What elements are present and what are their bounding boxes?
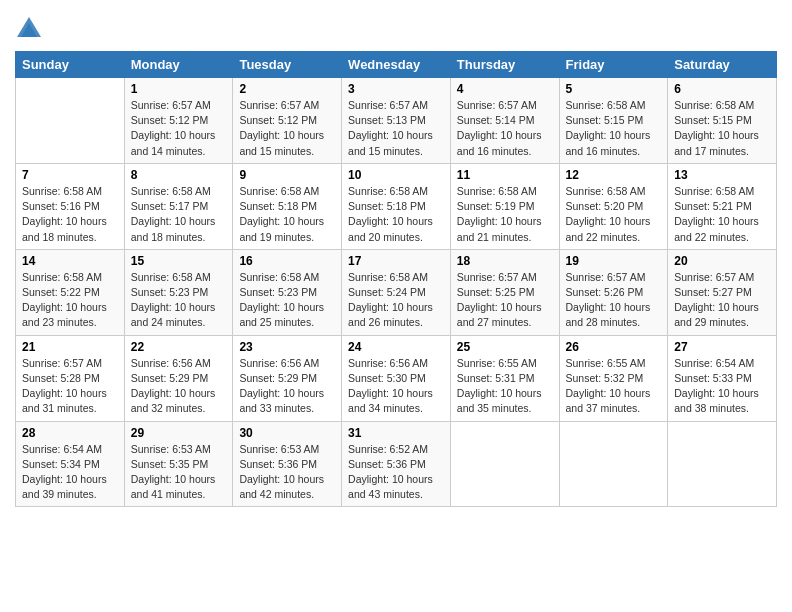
calendar-cell: 14Sunrise: 6:58 AMSunset: 5:22 PMDayligh…: [16, 249, 125, 335]
day-info: Sunrise: 6:56 AMSunset: 5:30 PMDaylight:…: [348, 356, 444, 417]
day-info: Sunrise: 6:54 AMSunset: 5:34 PMDaylight:…: [22, 442, 118, 503]
calendar-cell: 24Sunrise: 6:56 AMSunset: 5:30 PMDayligh…: [342, 335, 451, 421]
day-header-friday: Friday: [559, 52, 668, 78]
calendar-cell: 6Sunrise: 6:58 AMSunset: 5:15 PMDaylight…: [668, 78, 777, 164]
calendar-cell: 21Sunrise: 6:57 AMSunset: 5:28 PMDayligh…: [16, 335, 125, 421]
calendar-cell: 26Sunrise: 6:55 AMSunset: 5:32 PMDayligh…: [559, 335, 668, 421]
header: [15, 10, 777, 43]
week-row-0: 1Sunrise: 6:57 AMSunset: 5:12 PMDaylight…: [16, 78, 777, 164]
day-header-monday: Monday: [124, 52, 233, 78]
day-number: 1: [131, 82, 227, 96]
day-info: Sunrise: 6:57 AMSunset: 5:12 PMDaylight:…: [239, 98, 335, 159]
calendar-cell: 13Sunrise: 6:58 AMSunset: 5:21 PMDayligh…: [668, 163, 777, 249]
day-number: 29: [131, 426, 227, 440]
day-info: Sunrise: 6:58 AMSunset: 5:15 PMDaylight:…: [674, 98, 770, 159]
calendar-cell: 28Sunrise: 6:54 AMSunset: 5:34 PMDayligh…: [16, 421, 125, 507]
calendar-cell: 7Sunrise: 6:58 AMSunset: 5:16 PMDaylight…: [16, 163, 125, 249]
day-info: Sunrise: 6:57 AMSunset: 5:28 PMDaylight:…: [22, 356, 118, 417]
day-info: Sunrise: 6:57 AMSunset: 5:13 PMDaylight:…: [348, 98, 444, 159]
calendar-cell: 31Sunrise: 6:52 AMSunset: 5:36 PMDayligh…: [342, 421, 451, 507]
day-number: 8: [131, 168, 227, 182]
calendar-cell: 8Sunrise: 6:58 AMSunset: 5:17 PMDaylight…: [124, 163, 233, 249]
calendar-cell: 23Sunrise: 6:56 AMSunset: 5:29 PMDayligh…: [233, 335, 342, 421]
day-number: 28: [22, 426, 118, 440]
day-number: 26: [566, 340, 662, 354]
day-number: 19: [566, 254, 662, 268]
day-number: 20: [674, 254, 770, 268]
calendar-cell: 12Sunrise: 6:58 AMSunset: 5:20 PMDayligh…: [559, 163, 668, 249]
day-info: Sunrise: 6:57 AMSunset: 5:14 PMDaylight:…: [457, 98, 553, 159]
day-info: Sunrise: 6:58 AMSunset: 5:21 PMDaylight:…: [674, 184, 770, 245]
calendar-cell: 29Sunrise: 6:53 AMSunset: 5:35 PMDayligh…: [124, 421, 233, 507]
day-info: Sunrise: 6:55 AMSunset: 5:32 PMDaylight:…: [566, 356, 662, 417]
day-number: 27: [674, 340, 770, 354]
day-number: 7: [22, 168, 118, 182]
day-number: 3: [348, 82, 444, 96]
day-info: Sunrise: 6:57 AMSunset: 5:25 PMDaylight:…: [457, 270, 553, 331]
calendar-cell: [668, 421, 777, 507]
day-number: 11: [457, 168, 553, 182]
calendar-header: SundayMondayTuesdayWednesdayThursdayFrid…: [16, 52, 777, 78]
day-info: Sunrise: 6:58 AMSunset: 5:15 PMDaylight:…: [566, 98, 662, 159]
day-info: Sunrise: 6:57 AMSunset: 5:27 PMDaylight:…: [674, 270, 770, 331]
calendar-cell: 25Sunrise: 6:55 AMSunset: 5:31 PMDayligh…: [450, 335, 559, 421]
calendar-cell: [450, 421, 559, 507]
day-number: 13: [674, 168, 770, 182]
calendar-cell: 3Sunrise: 6:57 AMSunset: 5:13 PMDaylight…: [342, 78, 451, 164]
day-number: 4: [457, 82, 553, 96]
day-info: Sunrise: 6:58 AMSunset: 5:18 PMDaylight:…: [239, 184, 335, 245]
day-header-wednesday: Wednesday: [342, 52, 451, 78]
day-info: Sunrise: 6:53 AMSunset: 5:36 PMDaylight:…: [239, 442, 335, 503]
day-header-tuesday: Tuesday: [233, 52, 342, 78]
day-info: Sunrise: 6:58 AMSunset: 5:23 PMDaylight:…: [131, 270, 227, 331]
calendar-table: SundayMondayTuesdayWednesdayThursdayFrid…: [15, 51, 777, 507]
day-header-thursday: Thursday: [450, 52, 559, 78]
calendar-cell: 9Sunrise: 6:58 AMSunset: 5:18 PMDaylight…: [233, 163, 342, 249]
day-info: Sunrise: 6:58 AMSunset: 5:16 PMDaylight:…: [22, 184, 118, 245]
day-info: Sunrise: 6:58 AMSunset: 5:23 PMDaylight:…: [239, 270, 335, 331]
day-header-sunday: Sunday: [16, 52, 125, 78]
calendar-body: 1Sunrise: 6:57 AMSunset: 5:12 PMDaylight…: [16, 78, 777, 507]
day-number: 12: [566, 168, 662, 182]
calendar-cell: 30Sunrise: 6:53 AMSunset: 5:36 PMDayligh…: [233, 421, 342, 507]
day-number: 6: [674, 82, 770, 96]
day-header-saturday: Saturday: [668, 52, 777, 78]
week-row-2: 14Sunrise: 6:58 AMSunset: 5:22 PMDayligh…: [16, 249, 777, 335]
day-number: 16: [239, 254, 335, 268]
calendar-cell: 20Sunrise: 6:57 AMSunset: 5:27 PMDayligh…: [668, 249, 777, 335]
week-row-4: 28Sunrise: 6:54 AMSunset: 5:34 PMDayligh…: [16, 421, 777, 507]
week-row-1: 7Sunrise: 6:58 AMSunset: 5:16 PMDaylight…: [16, 163, 777, 249]
day-number: 2: [239, 82, 335, 96]
week-row-3: 21Sunrise: 6:57 AMSunset: 5:28 PMDayligh…: [16, 335, 777, 421]
day-info: Sunrise: 6:58 AMSunset: 5:20 PMDaylight:…: [566, 184, 662, 245]
calendar-cell: 16Sunrise: 6:58 AMSunset: 5:23 PMDayligh…: [233, 249, 342, 335]
calendar-cell: 11Sunrise: 6:58 AMSunset: 5:19 PMDayligh…: [450, 163, 559, 249]
calendar-cell: 10Sunrise: 6:58 AMSunset: 5:18 PMDayligh…: [342, 163, 451, 249]
calendar-cell: 27Sunrise: 6:54 AMSunset: 5:33 PMDayligh…: [668, 335, 777, 421]
day-info: Sunrise: 6:53 AMSunset: 5:35 PMDaylight:…: [131, 442, 227, 503]
day-number: 14: [22, 254, 118, 268]
day-info: Sunrise: 6:58 AMSunset: 5:18 PMDaylight:…: [348, 184, 444, 245]
day-number: 21: [22, 340, 118, 354]
day-number: 30: [239, 426, 335, 440]
day-number: 31: [348, 426, 444, 440]
day-info: Sunrise: 6:58 AMSunset: 5:24 PMDaylight:…: [348, 270, 444, 331]
calendar-cell: 22Sunrise: 6:56 AMSunset: 5:29 PMDayligh…: [124, 335, 233, 421]
day-number: 15: [131, 254, 227, 268]
day-number: 23: [239, 340, 335, 354]
day-info: Sunrise: 6:58 AMSunset: 5:22 PMDaylight:…: [22, 270, 118, 331]
day-number: 18: [457, 254, 553, 268]
calendar-cell: 15Sunrise: 6:58 AMSunset: 5:23 PMDayligh…: [124, 249, 233, 335]
days-of-week-row: SundayMondayTuesdayWednesdayThursdayFrid…: [16, 52, 777, 78]
day-number: 22: [131, 340, 227, 354]
calendar-cell: 4Sunrise: 6:57 AMSunset: 5:14 PMDaylight…: [450, 78, 559, 164]
day-number: 17: [348, 254, 444, 268]
logo-icon: [15, 15, 43, 43]
day-number: 25: [457, 340, 553, 354]
day-number: 5: [566, 82, 662, 96]
calendar-cell: 1Sunrise: 6:57 AMSunset: 5:12 PMDaylight…: [124, 78, 233, 164]
day-info: Sunrise: 6:58 AMSunset: 5:17 PMDaylight:…: [131, 184, 227, 245]
day-info: Sunrise: 6:55 AMSunset: 5:31 PMDaylight:…: [457, 356, 553, 417]
calendar-cell: 17Sunrise: 6:58 AMSunset: 5:24 PMDayligh…: [342, 249, 451, 335]
day-info: Sunrise: 6:56 AMSunset: 5:29 PMDaylight:…: [239, 356, 335, 417]
